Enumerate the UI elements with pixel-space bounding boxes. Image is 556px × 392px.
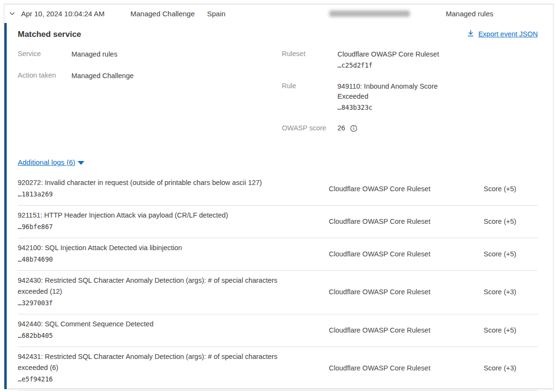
matched-service-title: Matched service — [18, 29, 81, 40]
log-score: Score (+5) — [484, 250, 538, 258]
event-summary-row[interactable]: Apr 10, 2024 10:04:24 AM Managed Challen… — [4, 4, 553, 23]
log-ruleset: Cloudflare OWASP Core Ruleset — [329, 250, 484, 258]
ruleset-id: …c25d2f1f — [337, 59, 452, 71]
log-ruleset: Cloudflare OWASP Core Ruleset — [329, 185, 484, 193]
log-row: 942430: Restricted SQL Character Anomaly… — [18, 271, 538, 314]
rule-label: Rule — [282, 81, 337, 113]
service-label: Service — [18, 49, 71, 59]
event-country: Spain — [207, 10, 329, 18]
log-description: 920272: Invalid character in request (ou… — [18, 177, 301, 188]
log-id: …1813a269 — [18, 188, 301, 200]
action-taken-value: Managed Challenge — [71, 71, 186, 81]
download-icon — [467, 29, 475, 39]
log-score: Score (+5) — [484, 218, 538, 225]
additional-logs-label: Additional logs (6) — [18, 158, 75, 166]
event-timestamp: Apr 10, 2024 10:04:24 AM — [21, 10, 130, 18]
service-value: Managed rules — [71, 49, 186, 59]
log-row: 942100: SQL Injection Attack Detected vi… — [18, 238, 538, 271]
log-row: 921151: HTTP Header Injection Attack via… — [18, 206, 538, 238]
firewall-event-card: Apr 10, 2024 10:04:24 AM Managed Challen… — [4, 4, 554, 389]
log-row: 942431: Restricted SQL Character Anomaly… — [18, 347, 538, 391]
rule-value: 949110: Inbound Anomaly Score Exceeded — [337, 81, 452, 102]
ruleset-field: Ruleset Cloudflare OWASP Core Ruleset …c… — [282, 49, 452, 71]
log-ruleset: Cloudflare OWASP Core Ruleset — [329, 218, 484, 225]
log-row: 942440: SQL Comment Sequence Detected …6… — [18, 314, 538, 347]
log-id: …3297003f — [18, 297, 301, 309]
log-id: …e5f94216 — [18, 373, 301, 385]
log-row: 920272: Invalid character in request (ou… — [18, 173, 538, 206]
log-id: …96bfe867 — [18, 221, 301, 232]
action-taken-label: Action taken — [18, 71, 71, 81]
triangle-down-icon — [78, 161, 84, 165]
info-icon[interactable] — [350, 125, 358, 132]
rule-field: Rule 949110: Inbound Anomaly Score Excee… — [282, 81, 452, 113]
log-description: 942100: SQL Injection Attack Detected vi… — [18, 242, 301, 254]
owasp-score-field: OWASP score 26 — [282, 124, 452, 133]
additional-logs-toggle[interactable]: Additional logs (6) — [18, 158, 84, 166]
log-ruleset: Cloudflare OWASP Core Ruleset — [329, 364, 484, 372]
event-detail-panel: Matched service Export event JSON Servic… — [4, 23, 553, 389]
log-id: …682bb405 — [18, 330, 301, 341]
redacted-host-field — [329, 11, 410, 17]
collapse-chevron-icon[interactable] — [9, 10, 21, 17]
additional-logs-table: 920272: Invalid character in request (ou… — [18, 173, 538, 391]
ruleset-value: Cloudflare OWASP Core Ruleset — [337, 49, 452, 59]
log-id: …48b74690 — [18, 254, 301, 265]
log-description: 942430: Restricted SQL Character Anomaly… — [18, 275, 301, 297]
export-event-json-label: Export event JSON — [478, 30, 538, 38]
action-taken-field: Action taken Managed Challenge — [18, 71, 282, 81]
log-description: 942440: SQL Comment Sequence Detected — [18, 319, 301, 330]
event-service: Managed rules — [446, 10, 493, 18]
ruleset-label: Ruleset — [282, 49, 337, 71]
service-field: Service Managed rules — [18, 49, 282, 59]
log-score: Score (+3) — [484, 288, 538, 296]
owasp-score-label: OWASP score — [282, 124, 337, 133]
log-score: Score (+3) — [484, 364, 538, 372]
log-ruleset: Cloudflare OWASP Core Ruleset — [329, 288, 484, 296]
log-score: Score (+5) — [484, 185, 538, 193]
export-event-json-link[interactable]: Export event JSON — [467, 29, 538, 39]
log-description: 921151: HTTP Header Injection Attack via… — [18, 210, 301, 221]
log-description: 942431: Restricted SQL Character Anomaly… — [18, 351, 301, 373]
log-score: Score (+5) — [484, 326, 538, 334]
rule-id: …843b323c — [337, 102, 452, 113]
log-ruleset: Cloudflare OWASP Core Ruleset — [329, 326, 484, 334]
event-action: Managed Challenge — [130, 10, 207, 18]
owasp-score-value: 26 — [337, 124, 345, 133]
